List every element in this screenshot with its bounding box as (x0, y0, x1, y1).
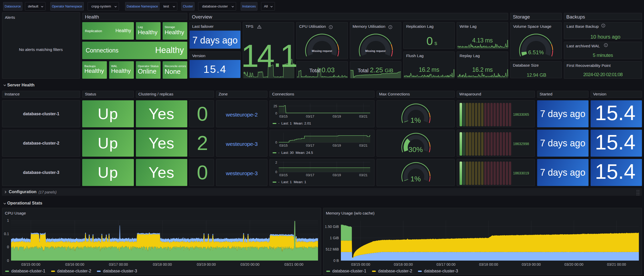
svg-text:0: 0 (275, 140, 277, 144)
svg-text:0: 0 (275, 170, 277, 174)
svg-text:03/18 00:00: 03/18 00:00 (479, 262, 498, 266)
svg-text:03/19: 03/19 (333, 173, 341, 177)
svg-text:1.50 GiB: 1.50 GiB (325, 225, 339, 229)
svg-text:2: 2 (275, 161, 277, 164)
svg-text:03/17: 03/17 (306, 144, 314, 147)
svg-text:03/19 00:00: 03/19 00:00 (197, 262, 216, 266)
svg-text:03/17 00:00: 03/17 00:00 (436, 262, 455, 266)
svg-text:0.1: 0.1 (4, 232, 9, 236)
svg-text:03/19 00:00: 03/19 00:00 (522, 262, 541, 266)
svg-text:03/21: 03/21 (359, 173, 368, 177)
svg-text:1 GiB: 1 GiB (330, 236, 339, 240)
svg-text:03/16 00:00: 03/16 00:00 (65, 262, 84, 266)
svg-text:03/19: 03/19 (333, 114, 341, 118)
svg-text:03/18 00:00: 03/18 00:00 (153, 262, 172, 266)
svg-text:03/17: 03/17 (306, 173, 314, 177)
svg-text:0: 0 (7, 259, 9, 263)
svg-text:03/15 00:00: 03/15 00:00 (351, 262, 370, 266)
svg-text:03/17 00:00: 03/17 00:00 (109, 262, 128, 266)
svg-text:03/15 00:00: 03/15 00:00 (21, 262, 40, 266)
svg-text:1: 1 (7, 218, 9, 222)
svg-text:03/15: 03/15 (279, 144, 288, 147)
svg-text:03/20 00:00: 03/20 00:00 (240, 262, 259, 266)
svg-text:03/21 00:00: 03/21 00:00 (607, 262, 626, 266)
svg-text:03/20 00:00: 03/20 00:00 (564, 262, 583, 266)
svg-text:0 B: 0 B (333, 259, 339, 263)
svg-text:03/15: 03/15 (279, 114, 288, 118)
svg-text:0: 0 (7, 245, 9, 249)
svg-text:03/19: 03/19 (333, 144, 341, 147)
svg-text:03/21 00:00: 03/21 00:00 (284, 262, 303, 266)
svg-text:03/21: 03/21 (359, 114, 368, 118)
svg-text:03/16 00:00: 03/16 00:00 (394, 262, 413, 266)
svg-text:25: 25 (274, 104, 277, 108)
svg-text:03/21: 03/21 (359, 144, 368, 147)
svg-text:03/17: 03/17 (306, 114, 314, 118)
svg-text:03/15: 03/15 (279, 173, 288, 177)
svg-text:0: 0 (275, 111, 277, 115)
svg-text:512 MiB: 512 MiB (325, 247, 339, 251)
